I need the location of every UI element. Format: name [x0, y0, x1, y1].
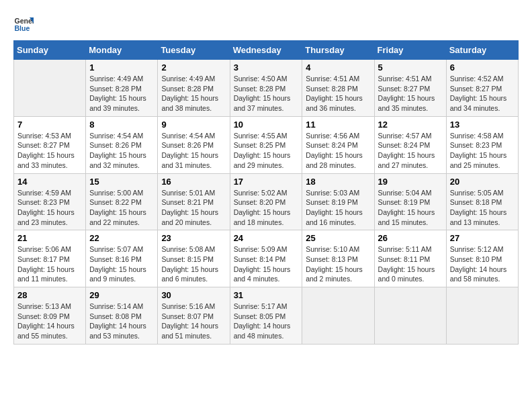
calendar-cell: 13Sunrise: 4:58 AM Sunset: 8:23 PM Dayli…	[446, 116, 518, 173]
day-info: Sunrise: 4:58 AM Sunset: 8:23 PM Dayligh…	[450, 131, 515, 171]
header-cell-saturday: Saturday	[446, 41, 518, 60]
day-info: Sunrise: 5:02 AM Sunset: 8:20 PM Dayligh…	[234, 188, 299, 228]
calendar-cell: 30Sunrise: 5:16 AM Sunset: 8:07 PM Dayli…	[158, 287, 230, 345]
day-number: 7	[17, 120, 82, 130]
day-number: 26	[378, 233, 443, 243]
calendar-cell: 19Sunrise: 5:04 AM Sunset: 8:19 PM Dayli…	[374, 173, 446, 230]
day-info: Sunrise: 5:10 AM Sunset: 8:13 PM Dayligh…	[306, 244, 370, 284]
svg-text:Blue: Blue	[15, 24, 30, 32]
day-number: 2	[161, 62, 226, 73]
header-cell-friday: Friday	[374, 41, 446, 60]
calendar-cell: 31Sunrise: 5:17 AM Sunset: 8:05 PM Dayli…	[230, 287, 302, 345]
day-number: 30	[161, 290, 226, 300]
day-number: 4	[306, 62, 370, 73]
week-row-5: 28Sunrise: 5:13 AM Sunset: 8:09 PM Dayli…	[14, 287, 519, 345]
day-info: Sunrise: 5:16 AM Sunset: 8:07 PM Dayligh…	[161, 302, 226, 341]
day-number: 23	[161, 233, 226, 243]
calendar-cell: 17Sunrise: 5:02 AM Sunset: 8:20 PM Dayli…	[230, 173, 302, 230]
calendar-cell: 1Sunrise: 4:49 AM Sunset: 8:28 PM Daylig…	[86, 60, 158, 117]
calendar-cell: 11Sunrise: 4:56 AM Sunset: 8:24 PM Dayli…	[302, 116, 374, 173]
header-cell-tuesday: Tuesday	[158, 41, 230, 60]
day-info: Sunrise: 4:49 AM Sunset: 8:28 PM Dayligh…	[161, 74, 226, 113]
day-info: Sunrise: 5:05 AM Sunset: 8:18 PM Dayligh…	[450, 188, 515, 228]
calendar-cell: 12Sunrise: 4:57 AM Sunset: 8:24 PM Dayli…	[374, 116, 446, 173]
week-row-1: 1Sunrise: 4:49 AM Sunset: 8:28 PM Daylig…	[14, 60, 519, 117]
day-number: 24	[234, 233, 299, 243]
calendar-cell	[302, 287, 374, 345]
day-info: Sunrise: 4:57 AM Sunset: 8:24 PM Dayligh…	[378, 131, 443, 171]
day-info: Sunrise: 5:14 AM Sunset: 8:08 PM Dayligh…	[89, 302, 154, 341]
calendar-cell: 24Sunrise: 5:09 AM Sunset: 8:14 PM Dayli…	[230, 230, 302, 287]
day-number: 27	[450, 233, 515, 243]
day-number: 22	[89, 233, 154, 243]
calendar-header: SundayMondayTuesdayWednesdayThursdayFrid…	[14, 41, 519, 60]
calendar-cell	[374, 287, 446, 345]
calendar-cell: 26Sunrise: 5:11 AM Sunset: 8:11 PM Dayli…	[374, 230, 446, 287]
calendar-cell: 21Sunrise: 5:06 AM Sunset: 8:17 PM Dayli…	[14, 230, 86, 287]
day-info: Sunrise: 5:13 AM Sunset: 8:09 PM Dayligh…	[17, 302, 82, 341]
day-number: 25	[306, 233, 370, 243]
header-cell-sunday: Sunday	[14, 41, 86, 60]
day-info: Sunrise: 5:08 AM Sunset: 8:15 PM Dayligh…	[161, 244, 226, 284]
day-number: 21	[17, 233, 82, 243]
calendar-cell: 9Sunrise: 4:54 AM Sunset: 8:26 PM Daylig…	[158, 116, 230, 173]
calendar-cell: 15Sunrise: 5:00 AM Sunset: 8:22 PM Dayli…	[86, 173, 158, 230]
calendar-cell	[446, 287, 518, 345]
logo-icon: General Blue	[13, 13, 34, 34]
calendar-cell: 14Sunrise: 4:59 AM Sunset: 8:23 PM Dayli…	[14, 173, 86, 230]
day-info: Sunrise: 5:01 AM Sunset: 8:21 PM Dayligh…	[161, 188, 226, 228]
day-info: Sunrise: 4:56 AM Sunset: 8:24 PM Dayligh…	[306, 131, 370, 171]
calendar-cell: 3Sunrise: 4:50 AM Sunset: 8:28 PM Daylig…	[230, 60, 302, 117]
day-info: Sunrise: 4:52 AM Sunset: 8:27 PM Dayligh…	[450, 74, 515, 113]
calendar-cell	[14, 60, 86, 117]
day-number: 15	[89, 177, 154, 187]
calendar-cell: 23Sunrise: 5:08 AM Sunset: 8:15 PM Dayli…	[158, 230, 230, 287]
day-number: 6	[450, 62, 515, 73]
header-cell-thursday: Thursday	[302, 41, 374, 60]
day-number: 13	[450, 120, 515, 130]
week-row-4: 21Sunrise: 5:06 AM Sunset: 8:17 PM Dayli…	[14, 230, 519, 287]
day-number: 5	[378, 62, 443, 73]
day-info: Sunrise: 5:04 AM Sunset: 8:19 PM Dayligh…	[378, 188, 443, 228]
day-number: 10	[234, 120, 299, 130]
calendar-cell: 20Sunrise: 5:05 AM Sunset: 8:18 PM Dayli…	[446, 173, 518, 230]
day-number: 29	[89, 290, 154, 300]
calendar-body: 1Sunrise: 4:49 AM Sunset: 8:28 PM Daylig…	[14, 60, 519, 345]
day-info: Sunrise: 5:17 AM Sunset: 8:05 PM Dayligh…	[234, 302, 299, 341]
day-number: 12	[378, 120, 443, 130]
day-info: Sunrise: 4:59 AM Sunset: 8:23 PM Dayligh…	[17, 188, 82, 228]
day-info: Sunrise: 4:53 AM Sunset: 8:27 PM Dayligh…	[17, 131, 82, 171]
day-info: Sunrise: 5:11 AM Sunset: 8:11 PM Dayligh…	[378, 244, 443, 284]
calendar-cell: 29Sunrise: 5:14 AM Sunset: 8:08 PM Dayli…	[86, 287, 158, 345]
calendar-cell: 5Sunrise: 4:51 AM Sunset: 8:27 PM Daylig…	[374, 60, 446, 117]
calendar-cell: 10Sunrise: 4:55 AM Sunset: 8:25 PM Dayli…	[230, 116, 302, 173]
day-number: 17	[234, 177, 299, 187]
day-info: Sunrise: 5:00 AM Sunset: 8:22 PM Dayligh…	[89, 188, 154, 228]
calendar-cell: 16Sunrise: 5:01 AM Sunset: 8:21 PM Dayli…	[158, 173, 230, 230]
calendar-cell: 27Sunrise: 5:12 AM Sunset: 8:10 PM Dayli…	[446, 230, 518, 287]
header-cell-wednesday: Wednesday	[230, 41, 302, 60]
day-info: Sunrise: 5:03 AM Sunset: 8:19 PM Dayligh…	[306, 188, 370, 228]
day-number: 18	[306, 177, 370, 187]
calendar-cell: 28Sunrise: 5:13 AM Sunset: 8:09 PM Dayli…	[14, 287, 86, 345]
calendar-cell: 8Sunrise: 4:54 AM Sunset: 8:26 PM Daylig…	[86, 116, 158, 173]
day-info: Sunrise: 5:07 AM Sunset: 8:16 PM Dayligh…	[89, 244, 154, 284]
day-info: Sunrise: 4:55 AM Sunset: 8:25 PM Dayligh…	[234, 131, 299, 171]
day-number: 14	[17, 177, 82, 187]
calendar-cell: 25Sunrise: 5:10 AM Sunset: 8:13 PM Dayli…	[302, 230, 374, 287]
day-number: 1	[89, 62, 154, 73]
calendar-cell: 22Sunrise: 5:07 AM Sunset: 8:16 PM Dayli…	[86, 230, 158, 287]
day-number: 11	[306, 120, 370, 130]
page-header: General Blue	[13, 13, 519, 34]
day-info: Sunrise: 4:50 AM Sunset: 8:28 PM Dayligh…	[234, 74, 299, 113]
calendar-cell: 7Sunrise: 4:53 AM Sunset: 8:27 PM Daylig…	[14, 116, 86, 173]
week-row-3: 14Sunrise: 4:59 AM Sunset: 8:23 PM Dayli…	[14, 173, 519, 230]
week-row-2: 7Sunrise: 4:53 AM Sunset: 8:27 PM Daylig…	[14, 116, 519, 173]
day-info: Sunrise: 4:49 AM Sunset: 8:28 PM Dayligh…	[89, 74, 154, 113]
day-number: 16	[161, 177, 226, 187]
day-number: 31	[234, 290, 299, 300]
day-number: 28	[17, 290, 82, 300]
logo: General Blue	[13, 13, 34, 34]
calendar-cell: 6Sunrise: 4:52 AM Sunset: 8:27 PM Daylig…	[446, 60, 518, 117]
calendar-cell: 18Sunrise: 5:03 AM Sunset: 8:19 PM Dayli…	[302, 173, 374, 230]
